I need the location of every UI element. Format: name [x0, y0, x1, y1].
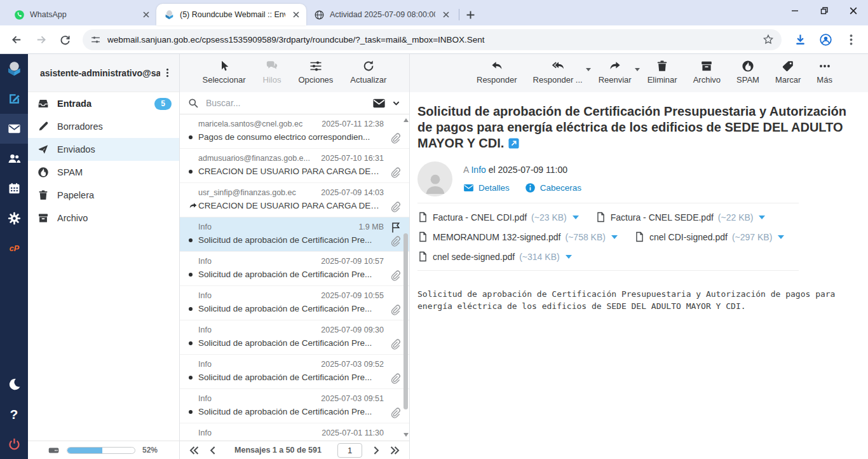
- list-item[interactable]: Info1.9 MBSolicitud de aprobación de Cer…: [180, 217, 409, 252]
- marcar-icon: [782, 60, 794, 72]
- attachment-menu-caret-icon[interactable]: [573, 216, 579, 219]
- list-item[interactable]: Info2025-07-03 09:51Solicitud de aprobac…: [180, 389, 409, 423]
- site-info-icon[interactable]: [90, 34, 101, 45]
- rail-compose[interactable]: [0, 84, 28, 114]
- page-input[interactable]: 1: [337, 443, 362, 458]
- recipient-link[interactable]: Info: [471, 165, 485, 175]
- toolbar-button-ms[interactable]: Más: [817, 60, 832, 92]
- list-scrollbar[interactable]: [402, 114, 409, 441]
- list-item[interactable]: admusuarios@finanzas.gob.e...2025-07-10 …: [180, 149, 409, 183]
- new-tab-button[interactable]: [462, 6, 478, 23]
- toolbar-button-actualizar[interactable]: Actualizar: [350, 60, 386, 92]
- folder-item-borradores[interactable]: Borradores: [28, 115, 179, 138]
- reload-button[interactable]: [55, 29, 75, 50]
- minimize-button[interactable]: [780, 0, 810, 22]
- row-header: Info1.9 MB: [189, 223, 400, 231]
- list-item[interactable]: usr_sinfip@finanzas.gob.ec2025-07-09 14:…: [180, 183, 409, 217]
- bookmark-star-icon[interactable]: [763, 34, 774, 45]
- attachment-item[interactable]: Factura - CNEL SEDE.pdf(~22 KB): [595, 212, 766, 223]
- rail-roundcube-logo[interactable]: [0, 54, 28, 84]
- rail-logout[interactable]: [0, 429, 28, 459]
- list-item[interactable]: maricela.santos@cnel.gob.ec2025-07-11 12…: [180, 114, 409, 149]
- folder-item-spam[interactable]: SPAM: [28, 161, 179, 184]
- restore-button[interactable]: [810, 0, 839, 22]
- last-page-button[interactable]: [390, 445, 400, 456]
- downloads-button[interactable]: [789, 29, 811, 50]
- caret-down-icon[interactable]: [586, 68, 591, 71]
- row-meta: 2025-07-03 09:51: [321, 394, 384, 403]
- attachment-menu-caret-icon[interactable]: [759, 216, 765, 219]
- forwarded-icon: [189, 202, 198, 210]
- logout-icon: [8, 437, 21, 451]
- unread-dot-icon: [189, 273, 193, 277]
- folder-item-entrada[interactable]: Entrada5: [28, 92, 179, 115]
- prev-page-button[interactable]: [208, 445, 219, 456]
- attachment-item[interactable]: cnel CDI-signed.pdf(~297 KB): [634, 231, 784, 242]
- open-in-new-window-icon[interactable]: [508, 138, 519, 149]
- back-button[interactable]: [6, 29, 27, 50]
- attachment-menu-caret-icon[interactable]: [566, 255, 572, 259]
- toolbar-button-archivo[interactable]: Archivo: [693, 60, 721, 92]
- list-item[interactable]: Info2025-07-09 10:57Solicitud de aprobac…: [180, 252, 409, 286]
- tab-close-button[interactable]: [290, 10, 301, 20]
- attachment-menu-caret-icon[interactable]: [778, 235, 784, 239]
- rail-calendar[interactable]: [0, 174, 28, 203]
- first-page-button[interactable]: [189, 445, 200, 456]
- search-input[interactable]: [205, 97, 367, 109]
- list-item[interactable]: Info2025-07-01 11:30: [180, 423, 409, 441]
- attachment-menu-caret-icon[interactable]: [611, 235, 618, 239]
- search-scope-envelope-icon[interactable]: [372, 97, 386, 110]
- tab-roundcube[interactable]: (5) Roundcube Webmail :: Envia: [156, 4, 306, 25]
- rail-contacts[interactable]: [0, 144, 28, 174]
- close-button[interactable]: [839, 0, 868, 22]
- toolbar-button-responder[interactable]: Responder ...: [533, 60, 583, 92]
- flag[interactable]: [390, 222, 402, 233]
- caret-down-icon[interactable]: [635, 68, 640, 71]
- pdf-file-icon: [417, 231, 428, 242]
- scrollbar-thumb[interactable]: [403, 233, 408, 409]
- tab-actividad[interactable]: Actividad 2025-07-09 08:00:00: [306, 4, 456, 25]
- folder-actions-button[interactable]: [160, 66, 174, 80]
- scroll-down-arrow[interactable]: [403, 433, 409, 437]
- ms-icon: [818, 60, 831, 72]
- toolbar-button-reenviar[interactable]: Reenviar: [599, 60, 632, 92]
- toolbar-button-opciones[interactable]: Opciones: [298, 60, 333, 92]
- search-options-chevron-icon[interactable]: [391, 99, 401, 108]
- list-item[interactable]: Info2025-07-09 10:55Solicitud de aprobac…: [180, 286, 409, 320]
- toolbar-button-marcar[interactable]: Marcar: [775, 60, 801, 92]
- toolbar-button-eliminar[interactable]: Eliminar: [648, 60, 677, 92]
- rail-help[interactable]: ?: [0, 399, 28, 429]
- rail-cpanel[interactable]: [0, 233, 28, 263]
- rail-settings[interactable]: [0, 203, 28, 233]
- toolbar-button-hilos[interactable]: Hilos: [263, 60, 281, 92]
- app-rail: ?: [0, 54, 28, 459]
- folder-item-papelera[interactable]: Papelera: [28, 184, 179, 207]
- pdf-file-icon: [417, 251, 428, 262]
- toolbar-button-responder[interactable]: Responder: [477, 60, 517, 92]
- browser-menu-button[interactable]: [840, 29, 862, 50]
- forward-button[interactable]: [31, 29, 51, 50]
- folder-item-archivo[interactable]: Archivo: [28, 207, 179, 230]
- headers-toggle[interactable]: Cabeceras: [525, 182, 581, 193]
- next-page-button[interactable]: [370, 445, 381, 456]
- list-item[interactable]: Info2025-07-03 09:52Solicitud de aprobac…: [180, 355, 409, 389]
- attachment-item[interactable]: cnel sede-signed.pdf(~314 KB): [417, 251, 572, 262]
- scroll-up-arrow[interactable]: [403, 118, 409, 122]
- tab-whatsapp[interactable]: WhatsApp: [6, 4, 156, 25]
- paperclip: [390, 167, 401, 179]
- attachment-item[interactable]: MEMORANDUM 132-signed.pdf(~758 KB): [417, 231, 618, 242]
- rail-dark-mode[interactable]: [0, 369, 28, 399]
- row-sender: Info: [198, 428, 316, 437]
- toolbar-button-spam[interactable]: SPAM: [736, 60, 759, 92]
- folder-item-enviados[interactable]: Enviados: [28, 138, 179, 161]
- list-item[interactable]: Info2025-07-09 09:30Solicitud de aprobac…: [180, 320, 409, 355]
- attachment-item[interactable]: Factura - CNEL CDI.pdf(~23 KB): [417, 212, 579, 223]
- address-bar[interactable]: webmail.sanjuan.gob.ec/cpsess1535909589/…: [83, 29, 782, 50]
- row-marker: [189, 170, 198, 174]
- details-toggle[interactable]: Detalles: [463, 182, 510, 193]
- tab-close-button[interactable]: [140, 10, 151, 20]
- tab-close-button[interactable]: [440, 10, 451, 20]
- rail-mail[interactable]: [0, 114, 28, 144]
- profile-button[interactable]: [815, 29, 836, 50]
- toolbar-button-seleccionar[interactable]: Seleccionar: [203, 60, 246, 92]
